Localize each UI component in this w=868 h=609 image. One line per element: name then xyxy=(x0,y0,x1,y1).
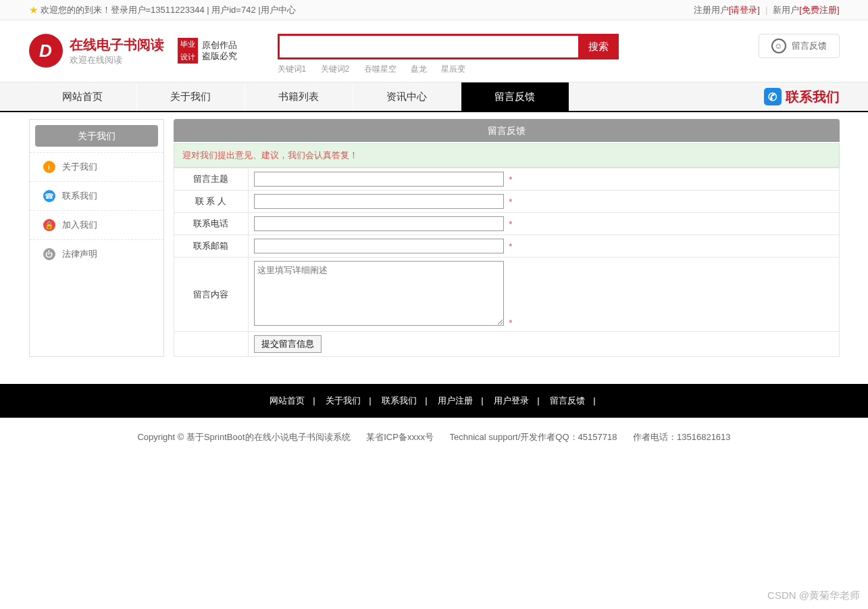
keyword-link[interactable]: 关键词2 xyxy=(321,64,350,74)
label-content: 留言内容 xyxy=(174,258,248,332)
footer-link[interactable]: 用户登录 xyxy=(494,395,529,406)
nav-home[interactable]: 网站首页 xyxy=(29,82,137,111)
headset-icon: ☺ xyxy=(771,39,786,53)
input-phone[interactable] xyxy=(254,216,504,231)
feedback-button-label: 留言反馈 xyxy=(792,40,827,52)
panel-title: 留言反馈 xyxy=(174,119,840,142)
footer-link[interactable]: 网站首页 xyxy=(270,395,305,406)
required-mark: * xyxy=(509,197,512,207)
clipboard-icon: ☎ xyxy=(43,190,55,202)
contact-us-label: 联系我们 xyxy=(786,88,840,106)
free-register-link[interactable]: [免费注册] xyxy=(799,0,839,20)
label-empty xyxy=(174,332,248,357)
nav-books[interactable]: 书籍列表 xyxy=(245,82,353,111)
sidebar-title: 关于我们 xyxy=(35,125,158,147)
sidebar-item-contact[interactable]: ☎ 联系我们 xyxy=(30,181,163,210)
label-contact: 联 系 人 xyxy=(174,191,248,213)
label-subject: 留言主题 xyxy=(174,168,248,191)
keyword-link[interactable]: 星辰变 xyxy=(441,64,465,74)
footer-link[interactable]: 联系我们 xyxy=(382,395,417,406)
sidebar-item-label: 关于我们 xyxy=(62,161,97,173)
new-user-label: 新用户 xyxy=(773,0,799,20)
label-phone: 联系电话 xyxy=(174,213,248,235)
main-nav: 网站首页 关于我们 书籍列表 资讯中心 留言反馈 ✆ 联系我们 xyxy=(0,82,868,112)
logo-area[interactable]: D 在线电子书阅读 欢迎在线阅读 毕业 设计 原创作品 盗版必究 xyxy=(29,34,237,68)
required-mark: * xyxy=(509,174,512,185)
keyword-link[interactable]: 吞噬星空 xyxy=(364,64,397,74)
search-input[interactable] xyxy=(278,34,578,59)
phone-icon: ✆ xyxy=(764,88,782,105)
site-subtitle: 欢迎在线阅读 xyxy=(70,54,164,66)
logo-icon: D xyxy=(29,34,63,68)
badge-red: 毕业 设计 xyxy=(178,38,198,64)
copyright: Copyright © 基于SprintBoot的在线小说电子书阅读系统 某省I… xyxy=(0,418,868,457)
login-link[interactable]: [请登录] xyxy=(729,0,760,20)
required-mark: * xyxy=(509,241,512,251)
sidebar-item-label: 加入我们 xyxy=(62,219,97,231)
header: D 在线电子书阅读 欢迎在线阅读 毕业 设计 原创作品 盗版必究 搜索 关键词1… xyxy=(29,20,840,82)
info-icon: i xyxy=(43,161,55,173)
star-icon: ★ xyxy=(29,0,38,20)
sidebar-item-legal[interactable]: ⏻ 法律声明 xyxy=(30,239,163,268)
footer-link[interactable]: 留言反馈 xyxy=(550,395,585,406)
required-mark: * xyxy=(509,318,512,328)
user-center-link[interactable]: 用户中心 xyxy=(261,0,296,20)
input-email[interactable] xyxy=(254,239,504,253)
feedback-form: 留言主题 * 联 系 人 * 联系电话 * 联系邮箱 * 留言内容 * xyxy=(174,168,840,357)
content-panel: 留言反馈 迎对我们提出意见、建议，我们会认真答复！ 留言主题 * 联 系 人 *… xyxy=(174,119,840,357)
sidebar: 关于我们 i 关于我们 ☎ 联系我们 🔒 加入我们 ⏻ 法律声明 xyxy=(29,119,164,357)
site-title: 在线电子书阅读 xyxy=(70,36,164,54)
submit-button[interactable]: 提交留言信息 xyxy=(254,335,322,353)
sidebar-item-join[interactable]: 🔒 加入我们 xyxy=(30,210,163,239)
notice-bar: 迎对我们提出意见、建议，我们会认真答复！ xyxy=(174,143,840,168)
badge-text: 原创作品 盗版必究 xyxy=(202,40,237,61)
lock-icon: 🔒 xyxy=(43,219,55,231)
input-contact[interactable] xyxy=(254,194,504,209)
nav-news[interactable]: 资讯中心 xyxy=(353,82,461,111)
registered-user-label: 注册用户 xyxy=(694,0,729,20)
input-subject[interactable] xyxy=(254,172,504,187)
keyword-link[interactable]: 关键词1 xyxy=(278,64,307,74)
search-button[interactable]: 搜索 xyxy=(578,34,619,59)
textarea-content[interactable] xyxy=(254,261,504,326)
keyword-link[interactable]: 盘龙 xyxy=(411,64,427,74)
label-email: 联系邮箱 xyxy=(174,235,248,258)
footer-nav: 网站首页| 关于我们| 联系我们| 用户注册| 用户登录| 留言反馈| xyxy=(0,384,868,418)
power-icon: ⏻ xyxy=(43,248,55,260)
required-mark: * xyxy=(509,219,512,229)
contact-us[interactable]: ✆ 联系我们 xyxy=(764,88,840,106)
sidebar-item-label: 法律声明 xyxy=(62,248,97,260)
sidebar-item-about[interactable]: i 关于我们 xyxy=(30,152,163,181)
keyword-suggestions: 关键词1 关键词2 吞噬星空 盘龙 星辰变 xyxy=(278,64,619,75)
nav-about[interactable]: 关于我们 xyxy=(137,82,245,111)
footer-link[interactable]: 关于我们 xyxy=(326,395,361,406)
top-bar: ★ 欢迎您的的到来！登录用户=13511223344 | 用户id=742 | … xyxy=(0,0,868,20)
nav-feedback[interactable]: 留言反馈 xyxy=(461,82,569,111)
welcome-text: 欢迎您的的到来！登录用户=13511223344 | 用户id=742 | xyxy=(41,0,261,20)
search-area: 搜索 关键词1 关键词2 吞噬星空 盘龙 星辰变 xyxy=(278,34,619,75)
sidebar-item-label: 联系我们 xyxy=(62,190,97,202)
main-content: 关于我们 i 关于我们 ☎ 联系我们 🔒 加入我们 ⏻ 法律声明 留言反馈 迎对… xyxy=(29,119,840,357)
footer-link[interactable]: 用户注册 xyxy=(438,395,473,406)
separator: | xyxy=(765,0,767,20)
feedback-button[interactable]: ☺ 留言反馈 xyxy=(759,34,840,58)
